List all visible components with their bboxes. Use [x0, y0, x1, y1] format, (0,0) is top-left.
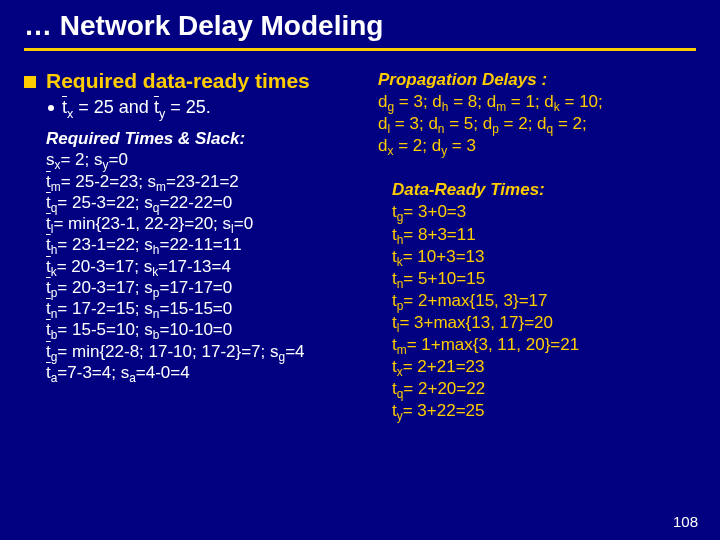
- slack-line: tk= 20-3=17; sk=17-13=4: [46, 256, 364, 277]
- slack-line: sx= 2; sy=0: [46, 149, 364, 170]
- slack-line: tq= 25-3=22; sq=22-22=0: [46, 192, 364, 213]
- slack-line: tl= min{23-1, 22-2}=20; sl=0: [46, 213, 364, 234]
- sub-bullet-item: tx = 25 and ty = 25.: [48, 97, 364, 118]
- slack-line: tp= 20-3=17; sp=17-17=0: [46, 277, 364, 298]
- dr-line: th= 8+3=11: [392, 224, 696, 246]
- slide-title: … Network Delay Modeling: [24, 10, 696, 51]
- required-times-heading: Required Times & Slack:: [46, 128, 364, 149]
- bullet-item: Required data-ready times: [24, 69, 364, 93]
- dr-line: tk= 10+3=13: [392, 246, 696, 268]
- propagation-heading: Propagation Delays :: [378, 69, 696, 91]
- bullet-icon: [24, 76, 36, 88]
- dr-line: tn= 5+10=15: [392, 268, 696, 290]
- dr-line: ty= 3+22=25: [392, 400, 696, 422]
- slide: … Network Delay Modeling Required data-r…: [0, 0, 720, 540]
- slack-line: ta=7-3=4; sa=4-0=4: [46, 362, 364, 383]
- bullet-text: Required data-ready times: [46, 69, 310, 93]
- dr-line: tq= 2+20=22: [392, 378, 696, 400]
- data-ready-block: Data-Ready Times: tg= 3+0=3 th= 8+3=11 t…: [392, 179, 696, 422]
- dr-line: tl= 3+max{13, 17}=20: [392, 312, 696, 334]
- slack-line: tn= 17-2=15; sn=15-15=0: [46, 298, 364, 319]
- slack-line: tb= 15-5=10; sb=10-10=0: [46, 319, 364, 340]
- propagation-block: Propagation Delays : dg = 3; dh = 8; dm …: [378, 69, 696, 422]
- dr-line: tp= 2+max{15, 3}=17: [392, 290, 696, 312]
- dr-line: tg= 3+0=3: [392, 201, 696, 223]
- sub-bullet-text: tx = 25 and ty = 25.: [62, 97, 211, 118]
- left-column: Required data-ready times tx = 25 and ty…: [24, 69, 364, 422]
- slack-line: tm= 25-2=23; sm=23-21=2: [46, 171, 364, 192]
- slack-line: th= 23-1=22; sh=22-11=11: [46, 234, 364, 255]
- required-times-block: Required Times & Slack: sx= 2; sy=0 tm= …: [46, 128, 364, 383]
- page-number: 108: [673, 513, 698, 530]
- prop-line: dg = 3; dh = 8; dm = 1; dk = 10;: [378, 91, 696, 113]
- content-area: Required data-ready times tx = 25 and ty…: [24, 69, 696, 422]
- dr-line: tm= 1+max{3, 11, 20}=21: [392, 334, 696, 356]
- sub-bullet-icon: [48, 105, 54, 111]
- right-column: Propagation Delays : dg = 3; dh = 8; dm …: [378, 69, 696, 422]
- prop-line: dx = 2; dy = 3: [378, 135, 696, 157]
- data-ready-heading: Data-Ready Times:: [392, 179, 696, 201]
- slack-line: tg= min{22-8; 17-10; 17-2}=7; sg=4: [46, 341, 364, 362]
- prop-line: dl = 3; dn = 5; dp = 2; dq = 2;: [378, 113, 696, 135]
- dr-line: tx= 2+21=23: [392, 356, 696, 378]
